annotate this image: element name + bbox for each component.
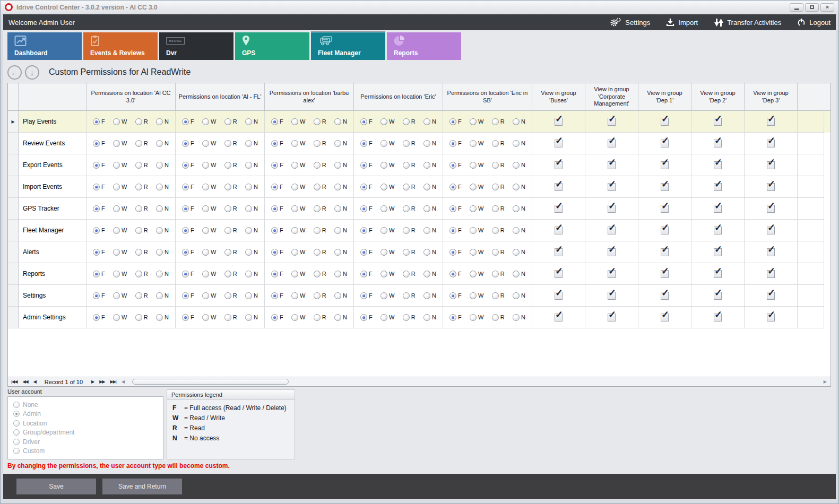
radio-icon[interactable] <box>403 184 410 190</box>
radio-option-w[interactable]: W <box>202 271 216 277</box>
radio-option-f[interactable]: F <box>182 162 194 169</box>
radio-icon[interactable] <box>492 118 499 125</box>
radio-option-r[interactable]: R <box>314 140 326 147</box>
radio-icon[interactable] <box>360 314 367 321</box>
radio-option-n[interactable]: N <box>245 292 258 299</box>
radio-option-n[interactable]: N <box>334 292 347 299</box>
radio-icon[interactable] <box>245 292 252 299</box>
radio-option-n[interactable]: N <box>513 227 525 234</box>
radio-option-w[interactable]: W <box>470 249 483 256</box>
radio-option-w[interactable]: W <box>113 314 127 321</box>
radio-icon[interactable] <box>403 118 410 125</box>
radio-option-w[interactable]: W <box>202 205 216 212</box>
radio-icon[interactable] <box>156 249 163 256</box>
table-row[interactable]: Review EventsFWRNFWRNFWRNFWRNFWRN✓✓✓✓✓ <box>8 133 831 154</box>
radio-option-r[interactable]: R <box>403 162 416 169</box>
radio-icon[interactable] <box>271 292 278 299</box>
radio-icon[interactable] <box>291 271 298 277</box>
radio-icon[interactable] <box>360 140 367 147</box>
radio-option-r[interactable]: R <box>403 205 416 212</box>
first-record-button[interactable]: |◀◀ <box>11 379 17 384</box>
radio-option-n[interactable]: N <box>423 140 436 147</box>
radio-icon[interactable] <box>156 162 163 169</box>
checkbox[interactable]: ✓ <box>661 248 669 256</box>
radio-option-n[interactable]: N <box>334 140 347 147</box>
checkbox[interactable]: ✓ <box>767 140 775 147</box>
radio-icon[interactable] <box>182 118 189 125</box>
radio-icon[interactable] <box>423 249 430 256</box>
radio-icon[interactable] <box>245 140 252 147</box>
radio-option-w[interactable]: W <box>380 227 394 234</box>
radio-icon[interactable] <box>224 162 231 169</box>
radio-option-w[interactable]: W <box>470 227 483 234</box>
radio-icon[interactable] <box>93 292 100 299</box>
radio-icon[interactable] <box>403 271 410 277</box>
checkbox[interactable]: ✓ <box>608 161 616 169</box>
radio-option-n[interactable]: N <box>245 205 258 212</box>
checkbox[interactable]: ✓ <box>714 140 722 147</box>
radio-option-f[interactable]: F <box>182 184 194 190</box>
checkbox[interactable]: ✓ <box>661 118 669 126</box>
radio-option-r[interactable]: R <box>224 162 237 169</box>
checkbox[interactable]: ✓ <box>608 270 616 278</box>
radio-option-n[interactable]: N <box>513 314 525 321</box>
radio-option-f[interactable]: F <box>271 314 283 321</box>
radio-option-f[interactable]: F <box>449 205 462 212</box>
minimize-button[interactable] <box>790 3 803 12</box>
radio-option-f[interactable]: F <box>182 271 194 277</box>
radio-option-n[interactable]: N <box>156 140 169 147</box>
radio-option-w[interactable]: W <box>470 314 483 321</box>
radio-option-r[interactable]: R <box>135 140 148 147</box>
radio-icon[interactable] <box>182 292 189 299</box>
radio-option-r[interactable]: R <box>314 292 326 299</box>
radio-icon[interactable] <box>513 162 520 169</box>
close-button[interactable]: × <box>820 3 834 12</box>
radio-icon[interactable] <box>202 184 209 190</box>
radio-option-r[interactable]: R <box>224 205 237 212</box>
radio-option-n[interactable]: N <box>334 162 347 169</box>
checkbox[interactable]: ✓ <box>555 140 563 147</box>
radio-option-f[interactable]: F <box>360 249 373 256</box>
radio-icon[interactable] <box>291 227 298 234</box>
radio-option-w[interactable]: W <box>113 271 127 277</box>
radio-option-f[interactable]: F <box>360 292 373 299</box>
radio-option-w[interactable]: W <box>202 184 216 190</box>
radio-option-w[interactable]: W <box>113 227 127 234</box>
radio-option-n[interactable]: N <box>245 271 258 277</box>
radio-option-n[interactable]: N <box>334 227 347 234</box>
radio-icon[interactable] <box>245 271 252 277</box>
checkbox[interactable]: ✓ <box>661 227 669 234</box>
last-record-button[interactable]: ▶▶| <box>110 379 116 384</box>
radio-icon[interactable] <box>380 184 387 190</box>
checkbox[interactable]: ✓ <box>767 248 775 256</box>
radio-option-r[interactable]: R <box>403 314 416 321</box>
radio-icon[interactable] <box>93 271 100 277</box>
radio-icon[interactable] <box>182 271 189 277</box>
table-row[interactable]: ▶Play EventsFWRNFWRNFWRNFWRNFWRN✓✓✓✓✓ <box>8 111 831 133</box>
radio-option-f[interactable]: F <box>182 205 194 212</box>
radio-option-f[interactable]: F <box>93 271 105 277</box>
radio-option-n[interactable]: N <box>334 314 347 321</box>
radio-icon[interactable] <box>360 184 367 190</box>
radio-icon[interactable] <box>449 205 456 212</box>
radio-option-w[interactable]: W <box>291 184 305 190</box>
radio-option-n[interactable]: N <box>513 140 525 147</box>
radio-option-r[interactable]: R <box>492 314 505 321</box>
radio-icon[interactable] <box>513 118 520 125</box>
radio-icon[interactable] <box>380 118 387 125</box>
radio-icon[interactable] <box>360 271 367 277</box>
radio-icon[interactable] <box>156 118 163 125</box>
radio-icon[interactable] <box>135 118 142 125</box>
checkbox[interactable]: ✓ <box>661 205 669 213</box>
radio-option-n[interactable]: N <box>245 118 258 125</box>
radio-icon[interactable] <box>182 140 189 147</box>
radio-icon[interactable] <box>182 249 189 256</box>
radio-icon[interactable] <box>314 205 321 212</box>
radio-icon[interactable] <box>449 140 456 147</box>
radio-icon[interactable] <box>314 249 321 256</box>
radio-option-f[interactable]: F <box>271 249 283 256</box>
radio-option-w[interactable]: W <box>113 205 127 212</box>
radio-option-n[interactable]: N <box>156 271 169 277</box>
radio-icon[interactable] <box>423 162 430 169</box>
radio-option-w[interactable]: W <box>291 314 305 321</box>
